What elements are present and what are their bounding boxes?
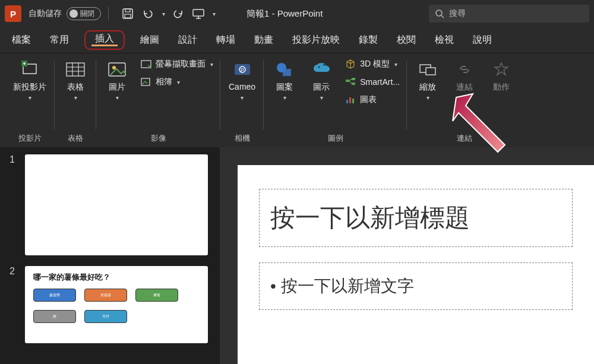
- title-placeholder[interactable]: 按一下以新增標題: [259, 189, 573, 247]
- chevron-down-icon: ▾: [394, 61, 397, 68]
- thumbnail-row: 2 哪一家的薯條最好吃？ 麥當勞 肯德基 摩斯 胖 丹丹: [10, 266, 210, 343]
- chevron-down-icon: ▾: [463, 94, 466, 101]
- redo-icon: [172, 8, 184, 20]
- document-title: 簡報1 - PowerPoint: [247, 8, 323, 20]
- zoom-label: 縮放: [419, 82, 436, 92]
- svg-point-18: [318, 67, 320, 68]
- ribbon-group-links: 縮放 ▾ 連結 ▾ 動作 連結: [407, 57, 522, 147]
- group-label-tables: 表格: [68, 133, 83, 144]
- svg-rect-23: [349, 97, 351, 103]
- shapes-button[interactable]: 圖案 ▾: [270, 57, 299, 103]
- slide-canvas[interactable]: 按一下以新增標題 按一下以新增文字: [238, 165, 594, 364]
- new-slide-button[interactable]: 新投影片 ▾: [11, 57, 49, 103]
- save-button[interactable]: [121, 7, 135, 21]
- icons-icon: [311, 59, 331, 80]
- chart-button[interactable]: 圖表: [343, 93, 401, 107]
- smartart-button[interactable]: SmartArt...: [343, 75, 401, 89]
- link-button[interactable]: 連結 ▾: [450, 57, 479, 103]
- 3d-model-button[interactable]: 3D 模型 ▾: [343, 57, 401, 71]
- thumb2-option: 摩斯: [135, 289, 178, 302]
- autosave-label: 自動儲存: [29, 8, 62, 19]
- body-placeholder[interactable]: 按一下以新增文字: [259, 262, 573, 310]
- svg-rect-22: [346, 100, 348, 103]
- group-label-illustrations: 圖例: [328, 133, 343, 144]
- icons-button[interactable]: 圖示 ▾: [307, 57, 336, 103]
- zoom-button[interactable]: 縮放 ▾: [413, 57, 443, 103]
- ribbon-group-illustrations: 圖案 ▾ 圖示 ▾ 3D 模型 ▾ SmartArt...: [264, 57, 407, 147]
- thumb2-buttons: 麥當勞 肯德基 摩斯 胖 丹丹: [33, 289, 200, 323]
- picture-label: 圖片: [109, 82, 125, 92]
- svg-rect-24: [352, 99, 354, 103]
- autosave-state: 關閉: [80, 9, 94, 19]
- ribbon-tabs: 檔案 常用 插入 繪圖 設計 轉場 動畫 投影片放映 錄製 校閱 檢視 說明: [0, 27, 594, 53]
- table-button[interactable]: 表格 ▾: [61, 57, 90, 103]
- zoom-icon: [418, 59, 438, 80]
- tab-help[interactable]: 說明: [469, 30, 495, 50]
- svg-point-9: [112, 66, 116, 69]
- separator: [108, 7, 109, 21]
- chevron-down-icon: ▾: [116, 94, 119, 101]
- save-icon: [122, 8, 134, 20]
- picture-icon: [107, 59, 127, 80]
- app-icon: P: [5, 5, 21, 22]
- album-button[interactable]: 相簿 ▾: [139, 75, 214, 89]
- action-icon: [491, 59, 511, 80]
- album-label: 相簿: [156, 77, 172, 87]
- present-button[interactable]: [191, 7, 206, 21]
- tab-animations[interactable]: 動畫: [251, 30, 277, 50]
- slide-thumbnail-1[interactable]: [25, 154, 208, 255]
- undo-chevron-icon[interactable]: ▾: [162, 11, 165, 17]
- tab-insert-label: 插入: [91, 30, 118, 46]
- undo-button[interactable]: [141, 7, 155, 21]
- main-area: 1 2 哪一家的薯條最好吃？ 麥當勞 肯德基 摩斯 胖 丹丹 按一下以新增標題 …: [0, 147, 594, 364]
- tab-design[interactable]: 設計: [175, 30, 201, 50]
- cameo-label: Cameo: [229, 82, 255, 92]
- tab-transitions[interactable]: 轉場: [213, 30, 239, 50]
- thumb2-option: 麥當勞: [33, 289, 76, 302]
- tab-file[interactable]: 檔案: [8, 30, 34, 50]
- tab-slideshow[interactable]: 投影片放映: [289, 30, 343, 50]
- svg-marker-27: [495, 63, 508, 75]
- slide-thumbnail-2[interactable]: 哪一家的薯條最好吃？ 麥當勞 肯德基 摩斯 胖 丹丹: [25, 266, 208, 343]
- search-input[interactable]: 搜尋: [429, 5, 589, 23]
- group-label-links: 連結: [457, 133, 472, 144]
- tab-record[interactable]: 錄製: [355, 30, 381, 50]
- cameo-button[interactable]: P Cameo ▾: [226, 57, 258, 103]
- thumbnail-row: 1: [10, 154, 210, 255]
- present-icon: [192, 8, 205, 20]
- slide-canvas-area: 按一下以新增標題 按一下以新增文字: [220, 147, 594, 364]
- svg-rect-19: [346, 80, 349, 82]
- redo-button[interactable]: [171, 7, 185, 21]
- svg-rect-2: [125, 14, 131, 18]
- 3d-model-label: 3D 模型: [360, 59, 390, 69]
- thumb2-option: 胖: [33, 310, 76, 323]
- svg-rect-20: [352, 78, 355, 80]
- screenshot-button[interactable]: 螢幕擷取畫面 ▾: [139, 57, 214, 71]
- tab-insert[interactable]: 插入: [84, 30, 125, 50]
- tab-draw[interactable]: 繪圖: [137, 30, 163, 50]
- svg-rect-7: [67, 63, 84, 76]
- svg-rect-21: [352, 83, 355, 85]
- link-label: 連結: [456, 82, 473, 92]
- svg-point-4: [436, 10, 442, 16]
- ribbon-group-camera: P Cameo ▾ 相機: [220, 57, 264, 147]
- smartart-label: SmartArt...: [360, 77, 400, 87]
- svg-text:P: P: [241, 67, 244, 73]
- thumbnail-number: 1: [10, 154, 18, 165]
- present-chevron-icon[interactable]: ▾: [213, 11, 216, 17]
- thumbnail-number: 2: [10, 266, 18, 277]
- tab-review[interactable]: 校閱: [393, 30, 419, 50]
- tab-home[interactable]: 常用: [46, 30, 72, 50]
- thumb2-title: 哪一家的薯條最好吃？: [33, 272, 200, 283]
- autosave-toggle-group: 自動儲存 關閉: [29, 7, 101, 20]
- autosave-toggle[interactable]: 關閉: [67, 7, 101, 20]
- group-label-camera: 相機: [235, 133, 250, 144]
- cube-icon: [345, 58, 356, 70]
- action-button[interactable]: 動作: [486, 57, 516, 94]
- undo-icon: [142, 8, 154, 20]
- picture-button[interactable]: 圖片 ▾: [102, 57, 132, 103]
- chart-label: 圖表: [360, 94, 377, 105]
- chevron-down-icon: ▾: [426, 94, 429, 101]
- tab-view[interactable]: 檢視: [431, 30, 457, 50]
- group-label-images: 影像: [151, 133, 166, 144]
